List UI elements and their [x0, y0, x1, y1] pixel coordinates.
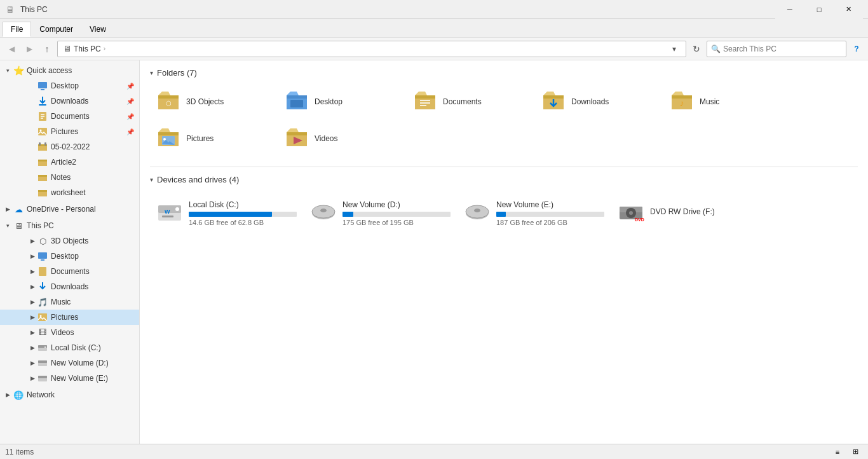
expand-thispc-pictures: ▶ [28, 313, 37, 322]
help-button[interactable]: ? [849, 41, 864, 57]
folder-documents[interactable]: Documents [407, 84, 534, 120]
svg-text:W: W [165, 209, 170, 215]
drives-toggle[interactable]: ▾ [150, 176, 153, 183]
sidebar-item-date-folder[interactable]: 05-02-2022 [0, 139, 139, 154]
svg-rect-10 [44, 142, 46, 146]
view-controls: ≡ ⊞ [830, 446, 863, 458]
expand-vol-d: ▶ [28, 359, 37, 367]
sidebar-header-thispc[interactable]: ▾ 🖥 This PC [0, 218, 139, 233]
sidebar-item-3dobjects[interactable]: ▶ ⬡ 3D Objects [0, 233, 139, 249]
sidebar-item-desktop[interactable]: Desktop 📌 [0, 78, 139, 93]
drive-volume-e-name: New Volume (E:) [496, 200, 604, 209]
refresh-button[interactable]: ↻ [689, 41, 704, 57]
sidebar-desktop-label: Desktop [51, 81, 79, 90]
folder-videos[interactable]: Videos [278, 121, 405, 156]
sidebar-item-music[interactable]: ▶ 🎵 Music [0, 294, 139, 310]
worksheet-icon [37, 187, 48, 198]
view-details-button[interactable]: ≡ [830, 446, 845, 458]
svg-text:⬡: ⬡ [166, 100, 172, 107]
sidebar-header-onedrive[interactable]: ▶ ☁ OneDrive - Personal [0, 202, 139, 217]
view-large-icons-button[interactable]: ⊞ [848, 446, 863, 458]
drive-volume-d[interactable]: New Volume (D:) 175 GB free of 195 GB [304, 191, 456, 235]
maximize-button[interactable]: □ [804, 0, 834, 19]
folder-music[interactable]: ♪ Music [663, 84, 790, 120]
sidebar-item-videos[interactable]: ▶ 🎞 Videos [0, 325, 139, 340]
expand-thispc-desktop: ▶ [28, 252, 37, 261]
tab-computer[interactable]: Computer [31, 22, 81, 37]
sidebar-item-pictures[interactable]: Pictures 📌 [0, 124, 139, 139]
folders-grid: ⬡ 3D Objects Desktop [150, 84, 858, 156]
sidebar-thispc-documents-label: Documents [51, 267, 90, 276]
network-icon: 🌐 [13, 389, 24, 401]
documents-icon [37, 111, 48, 122]
sidebar-item-thispc-documents[interactable]: ▶ Documents [0, 264, 139, 279]
expand-arrow-notes [28, 173, 37, 182]
back-button[interactable]: ◀ [4, 41, 19, 57]
thispc-desktop-icon [37, 250, 48, 262]
folder-desktop-icon [284, 89, 309, 114]
svg-rect-26 [420, 102, 430, 104]
drive-dvd-f-info: DVD RW Drive (F:) [650, 207, 758, 219]
sidebar: ▾ ⭐ Quick access Desktop 📌 Downloads [0, 60, 140, 444]
folder-3dobjects-icon: ⬡ [156, 89, 181, 114]
search-bar[interactable]: 🔍 [707, 41, 846, 57]
drive-local-c-bar-fill [189, 212, 272, 217]
drive-local-c-space: 14.6 GB free of 62.8 GB [189, 219, 297, 226]
drive-volume-d-info: New Volume (D:) 175 GB free of 195 GB [342, 200, 451, 226]
title-text: This PC [20, 5, 775, 14]
address-bar[interactable]: 🖥 This PC › ▾ [57, 41, 686, 57]
sidebar-section-onedrive: ▶ ☁ OneDrive - Personal [0, 202, 139, 217]
sidebar-vol-d-label: New Volume (D:) [51, 359, 109, 367]
sidebar-item-thispc-downloads[interactable]: ▶ Downloads [0, 279, 139, 294]
svg-rect-25 [420, 100, 430, 101]
sidebar-item-volume-e[interactable]: ▶ New Volume (E:) [0, 371, 139, 386]
tab-file[interactable]: File [3, 22, 31, 37]
thispc-pictures-icon [37, 312, 48, 323]
minimize-button[interactable]: ─ [775, 0, 804, 19]
sidebar-downloads-label: Downloads [51, 97, 88, 106]
tab-view[interactable]: View [81, 22, 114, 37]
folder-3dobjects[interactable]: ⬡ 3D Objects [150, 84, 277, 120]
folder-pictures[interactable]: Pictures [150, 121, 277, 156]
up-button[interactable]: ↑ [39, 41, 55, 57]
folder-music-icon: ♪ [669, 89, 695, 114]
svg-rect-22 [38, 376, 47, 378]
svg-point-40 [320, 209, 327, 212]
drive-volume-e[interactable]: New Volume (E:) 187 GB free of 206 GB [458, 191, 610, 235]
search-input[interactable] [723, 45, 842, 53]
sidebar-item-documents[interactable]: Documents 📌 [0, 109, 139, 124]
expand-vol-e: ▶ [28, 374, 37, 383]
folder-downloads[interactable]: Downloads [535, 84, 662, 120]
sidebar-item-local-disk-c[interactable]: ▶ Local Disk (C:) [0, 340, 139, 355]
drive-volume-e-icon [463, 199, 491, 227]
svg-point-44 [474, 209, 480, 212]
folder-desktop-info: Desktop [315, 97, 342, 106]
svg-text:DVD: DVD [635, 217, 644, 222]
sidebar-article2-label: Article2 [51, 158, 76, 167]
drive-dvd-f[interactable]: DVD DVD RW Drive (F:) [611, 191, 764, 235]
address-dropdown-button[interactable]: ▾ [668, 41, 681, 57]
folders-toggle[interactable]: ▾ [150, 69, 153, 76]
sidebar-header-quick-access[interactable]: ▾ ⭐ Quick access [0, 63, 139, 78]
sidebar-item-thispc-pictures[interactable]: ▶ Pictures [0, 310, 139, 325]
svg-rect-20 [38, 360, 47, 363]
sidebar-item-worksheet[interactable]: worksheet [0, 185, 139, 200]
drive-local-c[interactable]: W Local Disk (C:) 14.6 GB free of 62.8 G… [150, 191, 302, 235]
sidebar-header-network[interactable]: ▶ 🌐 Network [0, 387, 139, 402]
quick-access-toggle: ▾ [3, 65, 13, 76]
sidebar-item-downloads[interactable]: Downloads 📌 [0, 93, 139, 109]
sidebar-item-article2[interactable]: Article2 [0, 154, 139, 170]
folder-downloads-info: Downloads [571, 97, 609, 106]
close-button[interactable]: ✕ [834, 0, 863, 19]
folder-desktop[interactable]: Desktop [278, 84, 405, 120]
expand-music: ▶ [28, 298, 37, 306]
pin-icon-desktop: 📌 [126, 83, 134, 90]
title-controls: ─ □ ✕ [775, 0, 863, 19]
address-part-thispc: This PC [74, 45, 101, 53]
folders-section-title: Folders (7) [157, 68, 197, 78]
forward-button[interactable]: ▶ [22, 41, 37, 57]
sidebar-item-volume-d[interactable]: ▶ New Volume (D:) [0, 355, 139, 371]
sidebar-item-notes[interactable]: Notes [0, 170, 139, 185]
folder-music-name: Music [700, 97, 719, 106]
sidebar-item-thispc-desktop[interactable]: ▶ Desktop [0, 249, 139, 264]
